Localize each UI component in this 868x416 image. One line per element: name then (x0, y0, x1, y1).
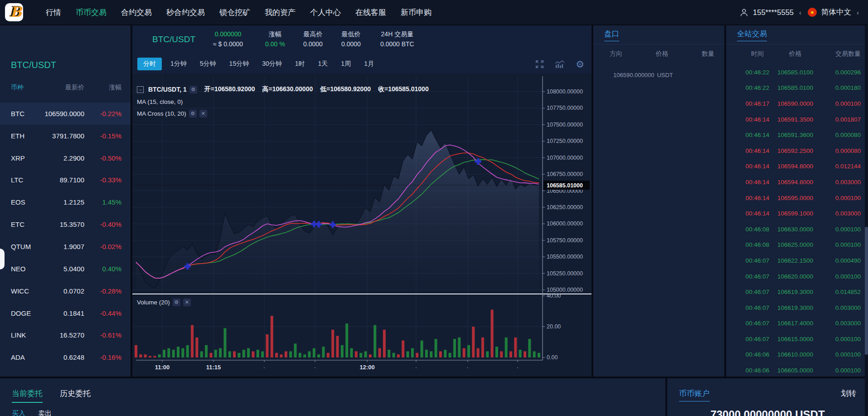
coin-row-EOS[interactable]: EOS1.21251.45% (0, 191, 131, 213)
chart-legend: – BTC/USDT, 1 ⚙ 开=106580.92000 高=106630.… (137, 85, 429, 93)
col-coin[interactable]: 币种 (11, 83, 41, 92)
nav-item-行情[interactable]: 行情 (46, 7, 61, 18)
timeframe-30分钟[interactable]: 30分钟 (257, 58, 286, 70)
legend-symbol: BTC/USDT, 1 (148, 86, 187, 93)
coin-price: 3791.7800 (41, 132, 84, 140)
timeframe-分时[interactable]: 分时 (137, 58, 162, 70)
ma-cross-settings-gear-icon[interactable]: ⚙ (189, 110, 197, 117)
trade-amount: 0.003000 (814, 304, 861, 311)
series-settings-gear-icon[interactable]: ⚙ (189, 86, 197, 93)
sidebar-table-header: 币种 最新价 涨幅 (0, 83, 131, 92)
svg-text:106750.00000: 106750.00000 (547, 171, 583, 177)
coin-symbol: BTC (11, 110, 41, 117)
trade-row: 00:46:07106619.30000.014852 (726, 284, 868, 300)
col-trade-price: 价格 (777, 50, 814, 58)
user-menu-chevron-icon[interactable]: ‹ (799, 9, 801, 16)
order-book-title[interactable]: 盘口 (604, 29, 619, 41)
svg-text:105500.00000: 105500.00000 (547, 254, 583, 260)
nav-item-锁仓挖矿[interactable]: 锁仓挖矿 (219, 7, 250, 18)
nav-item-个人中心[interactable]: 个人中心 (310, 7, 341, 18)
indicator-icon[interactable] (555, 60, 565, 69)
nav-item-在线客服[interactable]: 在线客服 (355, 7, 386, 18)
nav-item-合约交易[interactable]: 合约交易 (121, 7, 152, 18)
user-phone[interactable]: 155****5555 (753, 8, 794, 17)
col-last-price[interactable]: 最新价 (41, 83, 84, 92)
spot-account-title[interactable]: 币币账户 (679, 388, 710, 401)
nav-item-我的资产[interactable]: 我的资产 (265, 7, 296, 18)
trade-price: 106620.0000 (777, 273, 814, 280)
page-scrollbar-thumb[interactable] (865, 227, 868, 355)
transfer-button[interactable]: 划转 (841, 388, 856, 399)
volume-settings-gear-icon[interactable]: ⚙ (173, 299, 180, 306)
trade-row: 00:46:14106594.80000.003000 (726, 174, 868, 190)
trade-time: 00:46:14 (738, 163, 777, 170)
trade-price: 106619.3000 (777, 304, 814, 311)
nav-item-新币申购[interactable]: 新币申购 (401, 7, 432, 18)
collapse-legend-icon[interactable]: – (137, 86, 144, 93)
timeframe-1分钟[interactable]: 1分钟 (166, 58, 191, 70)
tab-current-orders[interactable]: 当前委托 (12, 388, 43, 403)
trade-time: 00:46:07 (738, 289, 777, 295)
timeframe-1天[interactable]: 1天 (314, 58, 333, 70)
timeframe-15分钟[interactable]: 15分钟 (225, 58, 254, 70)
timeframe-1周[interactable]: 1周 (336, 58, 355, 70)
coin-row-WICC[interactable]: WICC0.0702-0.28% (0, 280, 131, 302)
stat-label: 24H 交易量 (381, 30, 414, 38)
coin-row-NEO[interactable]: NEO5.04000.40% (0, 258, 131, 280)
trade-amount: 0.000296 (814, 69, 861, 76)
sidebar-pair-title: BTC/USDT (11, 60, 56, 70)
timeframe-1月[interactable]: 1月 (359, 58, 378, 70)
timeframe-1时[interactable]: 1时 (291, 58, 310, 70)
coin-row-LTC[interactable]: LTC89.7100-0.33% (0, 169, 131, 191)
coin-change: 0.40% (84, 265, 121, 273)
exchange-logo[interactable]: B B (5, 3, 23, 21)
coin-symbol: ETH (11, 132, 41, 140)
coin-symbol: WICC (11, 287, 41, 295)
coin-row-LINK[interactable]: LINK16.5270-0.61% (0, 324, 131, 346)
svg-text:105000.00000: 105000.00000 (547, 287, 583, 293)
nav-item-币币交易[interactable]: 币币交易 (76, 7, 107, 18)
svg-text:107250.00000: 107250.00000 (547, 138, 583, 144)
svg-text:0.00: 0.00 (547, 354, 558, 361)
coin-symbol: QTUM (11, 243, 41, 250)
volume-remove-icon[interactable]: ✕ (183, 299, 191, 306)
trade-amount: 0.000100 (814, 367, 861, 374)
page-scrollbar-track[interactable] (865, 25, 868, 416)
sidebar-collapse-handle[interactable] (0, 249, 5, 269)
chart-settings-gear-icon[interactable]: ⚙ (576, 59, 584, 69)
stat-value: 0.0000 (303, 39, 323, 49)
chart-canvas[interactable]: 108000.00000107750.00000107500.000001072… (132, 73, 592, 377)
coin-row-GT[interactable]: GT4.15320.02% (0, 368, 131, 377)
subtab-buy[interactable]: 买入 (12, 409, 25, 416)
coin-price: 1.9007 (41, 243, 84, 250)
trade-row: 00:46:06106610.00000.000100 (726, 347, 868, 363)
language-chevron-icon[interactable]: ‹ (857, 9, 859, 16)
coin-symbol: GT (11, 376, 41, 377)
coin-row-XRP[interactable]: XRP2.2900-0.50% (0, 147, 131, 169)
nav-item-秒合约交易[interactable]: 秒合约交易 (166, 7, 205, 18)
svg-text:20.00: 20.00 (547, 323, 561, 330)
trade-row: 00:46:17106590.00000.000100 (726, 96, 868, 112)
coin-price: 16.5270 (41, 331, 84, 339)
coin-row-ETC[interactable]: ETC15.3570-0.40% (0, 213, 131, 235)
col-change[interactable]: 涨幅 (84, 83, 121, 92)
subtab-sell[interactable]: 卖出 (38, 409, 52, 416)
tab-history-orders[interactable]: 历史委托 (60, 388, 91, 403)
fullscreen-icon[interactable] (535, 60, 544, 69)
coin-row-ADA[interactable]: ADA0.6248-0.16% (0, 346, 131, 368)
ma-cross-label-text: MA Cross (10, 20) (137, 110, 186, 117)
trade-time: 00:46:14 (738, 210, 777, 217)
coin-symbol: LTC (11, 176, 41, 184)
volume-label-text: Volume (20) (137, 299, 170, 306)
coin-row-DOGE[interactable]: DOGE0.1841-0.44% (0, 302, 131, 324)
language-selector[interactable]: 简体中文 (821, 7, 851, 17)
coin-row-ETH[interactable]: ETH3791.7800-0.15% (0, 125, 131, 147)
legend-open: 开=106580.92000 (204, 85, 255, 93)
timeframe-5分钟[interactable]: 5分钟 (195, 58, 221, 70)
ma-cross-remove-icon[interactable]: ✕ (199, 110, 207, 117)
coin-row-BTC[interactable]: BTC106590.0000-0.22% (0, 103, 131, 125)
all-trades-title[interactable]: 全站交易 (737, 29, 767, 41)
coin-change: -0.22% (84, 110, 121, 117)
coin-row-QTUM[interactable]: QTUM1.9007-0.02% (0, 235, 131, 258)
trade-price: 106599.1000 (777, 210, 814, 217)
